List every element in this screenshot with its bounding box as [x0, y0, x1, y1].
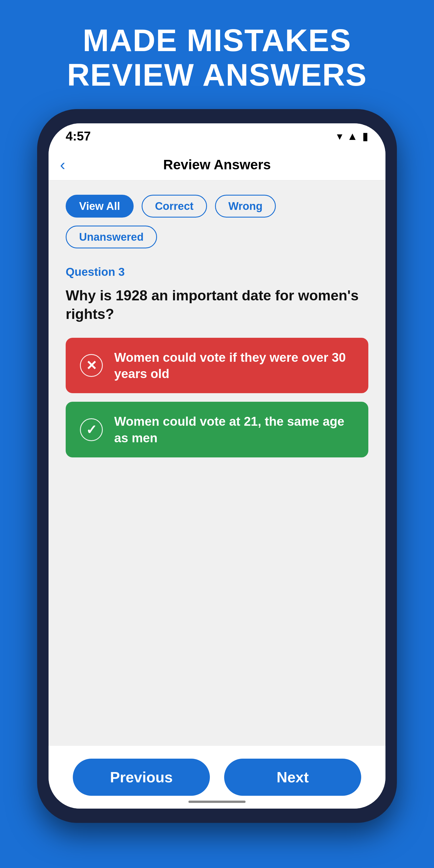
back-button[interactable]: ‹: [60, 157, 65, 173]
question-label: Question 3: [66, 266, 368, 278]
signal-icon: ▲: [347, 130, 358, 143]
question-text: Why is 1928 an important date for women'…: [66, 286, 368, 323]
correct-icon: ✓: [80, 418, 103, 441]
headline: MADE MISTAKES REVIEW ANSWERS: [67, 23, 367, 92]
phone-frame: 4:57 ▾ ▲ ▮ ‹ Review Answers View All Cor…: [37, 109, 397, 823]
wifi-icon: ▾: [337, 130, 342, 143]
home-indicator: [188, 801, 246, 803]
answer-correct: ✓ Women could vote at 21, the same age a…: [66, 402, 368, 457]
headline-line2: REVIEW ANSWERS: [67, 57, 367, 92]
answer-wrong-text: Women could vote if they were over 30 ye…: [114, 349, 354, 382]
previous-button[interactable]: Previous: [73, 758, 210, 796]
status-icons: ▾ ▲ ▮: [337, 130, 368, 143]
battery-icon: ▮: [362, 130, 368, 143]
wrong-icon: ✕: [80, 354, 103, 377]
next-button[interactable]: Next: [224, 758, 361, 796]
app-bar-title: Review Answers: [163, 157, 271, 173]
app-bar: ‹ Review Answers: [49, 149, 385, 181]
content-area: View All Correct Wrong Unanswered Questi…: [49, 181, 385, 746]
filter-tabs: View All Correct Wrong Unanswered: [66, 195, 368, 248]
filter-correct[interactable]: Correct: [142, 195, 207, 218]
filter-unanswered[interactable]: Unanswered: [66, 225, 157, 248]
status-bar: 4:57 ▾ ▲ ▮: [49, 123, 385, 149]
phone-screen: 4:57 ▾ ▲ ▮ ‹ Review Answers View All Cor…: [49, 123, 385, 809]
filter-wrong[interactable]: Wrong: [215, 195, 276, 218]
answer-correct-text: Women could vote at 21, the same age as …: [114, 413, 354, 446]
headline-line1: MADE MISTAKES: [83, 23, 351, 58]
answer-wrong: ✕ Women could vote if they were over 30 …: [66, 338, 368, 393]
filter-view-all[interactable]: View All: [66, 195, 134, 218]
bottom-nav: Previous Next: [49, 746, 385, 809]
content-spacer: [66, 466, 368, 732]
status-time: 4:57: [66, 129, 91, 143]
